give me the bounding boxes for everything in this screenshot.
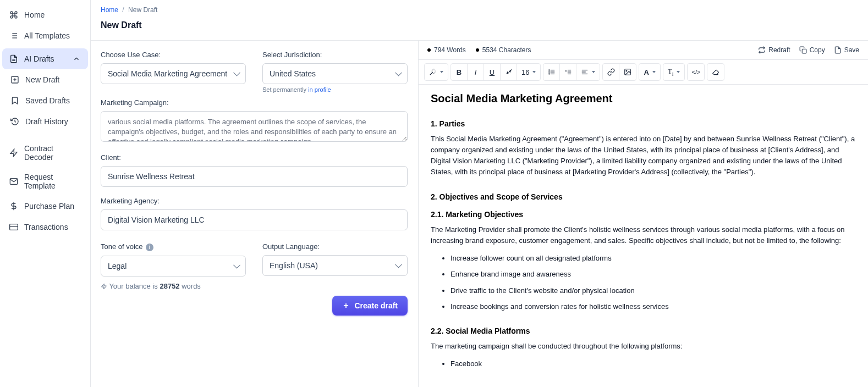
highlight-button[interactable]	[501, 64, 517, 80]
doc-paragraph: This Social Media Marketing Agreement ("…	[431, 134, 856, 178]
tone-label: Tone of voice i	[101, 242, 246, 251]
mail-icon	[9, 176, 19, 186]
nav-saved-drafts[interactable]: Saved Drafts	[2, 90, 88, 111]
nav-contract-decoder[interactable]: Contract Decoder	[2, 139, 88, 167]
doc-paragraph: The Marketing Provider shall promote the…	[431, 224, 856, 246]
bold-button[interactable]: B	[451, 64, 468, 80]
campaign-label: Marketing Campaign:	[101, 98, 408, 107]
doc-subheading: 2.1. Marketing Objectives	[431, 210, 856, 219]
campaign-textarea[interactable]	[101, 111, 408, 142]
save-button[interactable]: Save	[834, 46, 859, 54]
agency-label: Marketing Agency:	[101, 197, 408, 205]
doc-list-item: Increase bookings and conversion rates f…	[451, 301, 856, 312]
history-icon	[10, 117, 20, 126]
doc-heading: 2. Objectives and Scope of Services	[431, 192, 856, 201]
balance-text: Your balance is 28752 words	[101, 282, 408, 290]
word-count: 794 Words	[427, 46, 466, 54]
underline-button[interactable]: U	[484, 64, 501, 80]
doc-heading: 1. Parties	[431, 119, 856, 128]
use-case-label: Choose Use Case:	[101, 51, 246, 59]
editor-toolbar: B I U 16	[419, 60, 868, 85]
zap-icon	[9, 148, 19, 158]
doc-list-item: Facebook	[451, 358, 856, 369]
bookmark-icon	[10, 96, 20, 106]
nav-label: New Draft	[25, 75, 59, 84]
nav-label: AI Drafts	[24, 54, 54, 63]
form-panel: Choose Use Case: Social Media Marketing …	[91, 41, 418, 387]
svg-point-25	[549, 74, 550, 74]
svg-marker-11	[10, 149, 17, 156]
command-icon	[9, 10, 19, 20]
doc-list-item: Enhance brand image and awareness	[451, 269, 856, 280]
nav-all-templates[interactable]: All Templates	[2, 25, 88, 46]
nav-label: Contract Decoder	[24, 144, 81, 162]
nav-label: All Templates	[24, 31, 70, 40]
nav-transactions[interactable]: Transactions	[2, 217, 88, 237]
copy-button[interactable]: Copy	[799, 46, 825, 54]
nav-label: Request Template	[24, 173, 81, 190]
svg-point-24	[549, 71, 550, 72]
text-color-button[interactable]: A	[639, 64, 660, 80]
jurisdiction-select[interactable]: United States	[262, 63, 408, 84]
bullet-list-button[interactable]	[543, 64, 560, 80]
text-style-button[interactable]: TI	[663, 64, 685, 80]
nav-label: Home	[24, 10, 45, 19]
client-label: Client:	[101, 153, 408, 162]
font-size-select[interactable]: 16	[517, 64, 540, 80]
svg-marker-16	[102, 284, 107, 289]
agency-input[interactable]	[101, 209, 408, 230]
dollar-icon	[9, 201, 19, 211]
code-button[interactable]: </>	[688, 64, 704, 80]
magic-wand-button[interactable]	[425, 64, 448, 80]
italic-button[interactable]: I	[468, 64, 484, 80]
number-list-button[interactable]	[560, 64, 576, 80]
nav-label: Purchase Plan	[24, 202, 74, 211]
nav-ai-drafts[interactable]: AI Drafts	[2, 48, 88, 69]
align-button[interactable]	[576, 64, 600, 80]
svg-point-33	[627, 70, 628, 71]
doc-list-item: Drive traffic to the Client's website an…	[451, 285, 856, 296]
nav-new-draft[interactable]: New Draft	[2, 69, 88, 90]
document-area[interactable]: Social Media Marketing Agreement 1. Part…	[419, 85, 868, 387]
plus-square-icon	[10, 75, 20, 85]
nav-draft-history[interactable]: Draft History	[2, 111, 88, 132]
credit-card-icon	[9, 222, 19, 232]
image-button[interactable]	[619, 64, 636, 80]
breadcrumb-current: New Draft	[128, 6, 157, 14]
list-icon	[9, 31, 19, 41]
profile-link[interactable]: in profile	[308, 86, 331, 93]
tone-select[interactable]: Legal	[101, 256, 246, 277]
output-panel: 794 Words 5534 Characters Redraft Copy	[418, 41, 868, 387]
nav-label: Transactions	[24, 223, 68, 231]
outlang-select[interactable]: English (USA)	[262, 255, 408, 276]
doc-list-item: Increase follower count on all designate…	[451, 253, 856, 264]
link-button[interactable]	[603, 64, 619, 80]
breadcrumb-home[interactable]: Home	[101, 6, 118, 14]
use-case-select[interactable]: Social Media Marketing Agreement	[101, 63, 246, 84]
svg-rect-19	[802, 49, 806, 53]
jurisdiction-label: Select Jurisdiction:	[262, 51, 408, 59]
nav-home[interactable]: Home	[2, 4, 88, 25]
page-title: New Draft	[91, 15, 868, 40]
create-draft-button[interactable]: Create draft	[332, 296, 408, 316]
client-input[interactable]	[101, 166, 408, 187]
doc-paragraph: The marketing campaign shall be conducte…	[431, 341, 856, 352]
info-icon: i	[146, 244, 153, 251]
breadcrumb-sep: /	[122, 6, 124, 14]
nav-purchase-plan[interactable]: Purchase Plan	[2, 196, 88, 217]
nav-label: Saved Drafts	[25, 96, 70, 105]
doc-title: Social Media Marketing Agreement	[431, 92, 856, 105]
redraft-button[interactable]: Redraft	[758, 46, 790, 54]
nav-request-template[interactable]: Request Template	[2, 167, 88, 196]
jurisdiction-helper: Set permanently in profile	[262, 86, 408, 93]
nav-label: Draft History	[25, 117, 68, 126]
svg-point-23	[549, 70, 550, 70]
outlang-label: Output Language:	[262, 242, 408, 251]
file-text-icon	[9, 54, 19, 64]
breadcrumb: Home / New Draft	[91, 0, 868, 15]
eraser-button[interactable]	[707, 64, 724, 80]
char-count: 5534 Characters	[476, 46, 531, 54]
svg-rect-14	[10, 224, 18, 230]
doc-subheading: 2.2. Social Media Platforms	[431, 327, 856, 335]
chevron-up-icon	[72, 54, 81, 64]
